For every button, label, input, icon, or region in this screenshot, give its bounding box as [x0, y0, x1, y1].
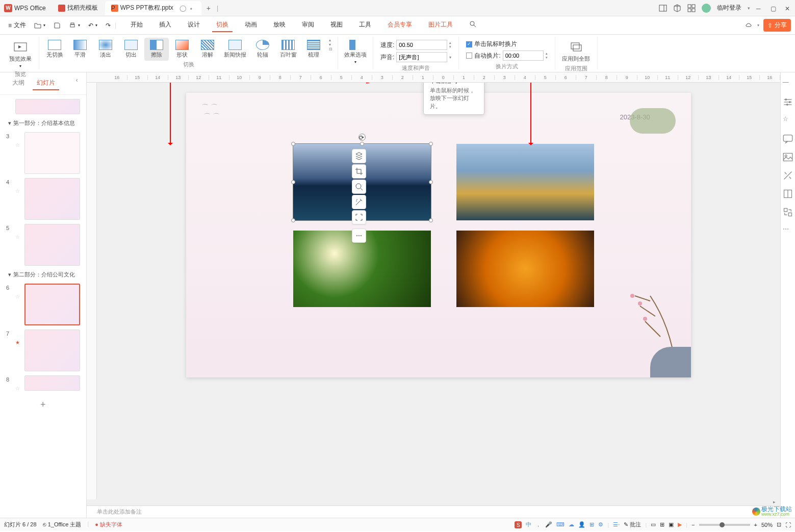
transform-icon[interactable] — [783, 207, 793, 217]
auto-advance-checkbox[interactable] — [466, 53, 472, 59]
notes-area[interactable]: 单击此处添加备注 — [87, 505, 780, 518]
favorite-icon[interactable]: ☆ — [783, 115, 793, 125]
tab-templates[interactable]: 找稻壳模板 — [52, 1, 104, 15]
effect-options-button[interactable]: 效果选项▾ — [341, 38, 370, 66]
on-click-checkbox[interactable] — [466, 41, 472, 47]
slides-tab[interactable]: 幻灯片 — [33, 77, 59, 90]
thumbnail-7[interactable] — [24, 330, 80, 371]
thumbnail-5[interactable] — [24, 224, 80, 266]
tools-icon[interactable] — [783, 170, 793, 181]
transition-blinds[interactable]: 百叶窗 — [276, 38, 300, 61]
transition-comb[interactable]: 梳理 — [301, 38, 326, 61]
share-button[interactable]: ⇧分享 — [763, 19, 791, 32]
transition-fade[interactable]: 淡出 — [93, 38, 118, 61]
redo-icon[interactable]: ↷ — [101, 20, 115, 31]
transition-morph[interactable]: 平滑 — [68, 38, 92, 61]
sound-dropdown-icon[interactable]: ▾ — [449, 55, 451, 60]
menu-icon[interactable]: ☰· — [613, 521, 620, 528]
transition-cut[interactable]: 切出 — [119, 38, 143, 61]
zoom-slider[interactable] — [699, 524, 750, 526]
crop-icon[interactable] — [352, 164, 366, 179]
menu-slideshow[interactable]: 放映 — [269, 18, 290, 32]
cloud-icon[interactable]: ☁ — [569, 521, 574, 528]
star-icon[interactable]: ☆ — [15, 132, 22, 148]
menu-picture-tools[interactable]: 图片工具 — [424, 18, 457, 32]
sound-select[interactable] — [396, 52, 447, 62]
preview-effect-button[interactable]: 预览效果▾ — [5, 38, 36, 70]
menu-home[interactable]: 开始 — [126, 18, 147, 32]
slide-canvas[interactable]: ⌒ ⌒ ⌒ ⌒ 2023-8-30 ⟳ — [186, 93, 691, 377]
more-icon[interactable]: ⋯ — [783, 225, 793, 236]
punct-icon[interactable]: ， — [535, 521, 541, 528]
rotate-handle[interactable]: ⟳ — [358, 134, 366, 141]
view-normal-icon[interactable]: ▭ — [651, 521, 656, 528]
view-reading-icon[interactable]: ▣ — [669, 521, 674, 528]
more-icon[interactable]: ⋯ — [352, 229, 366, 243]
transition-news[interactable]: 新闻快报 — [221, 38, 249, 61]
missing-font-warning[interactable]: ● 缺失字体 — [95, 521, 122, 528]
close-button[interactable]: ✕ — [785, 5, 791, 11]
zoom-icon[interactable] — [352, 180, 366, 194]
ime-icon[interactable]: 中 — [526, 521, 531, 528]
thumbnail-6[interactable] — [24, 284, 80, 325]
add-tab-button[interactable]: + — [202, 2, 215, 14]
section-header[interactable]: ▾ 第二部分：介绍公司文化 — [2, 268, 84, 282]
login-button[interactable]: 临时登录 — [717, 4, 741, 12]
thumbnail-4[interactable] — [24, 178, 80, 220]
menu-insert[interactable]: 插入 — [155, 18, 175, 32]
magic-icon[interactable] — [352, 195, 366, 209]
minimize-button[interactable]: ─ — [756, 5, 762, 11]
view-slideshow-icon[interactable]: ▶ — [678, 521, 682, 528]
menu-review[interactable]: 审阅 — [298, 18, 318, 32]
theme-button[interactable]: ⎋ 1_Office 主题 — [43, 521, 82, 528]
open-icon[interactable]: ▾ — [30, 20, 49, 31]
keyboard-icon[interactable]: ⌨ — [556, 521, 565, 528]
minus-icon[interactable]: — — [783, 79, 793, 89]
collapse-icon[interactable]: ‹ — [76, 77, 78, 90]
maximize-button[interactable]: ▢ — [771, 5, 777, 11]
tab-document[interactable]: P WPS PPT教程.pptx ◯ • — [105, 1, 201, 15]
star-icon[interactable]: ☆ — [15, 375, 22, 391]
settings-icon[interactable] — [783, 97, 793, 107]
view-sorter-icon[interactable]: ⊞ — [660, 521, 664, 528]
section-header[interactable]: ▾ 第一部分：介绍基本信息 — [2, 116, 84, 130]
fullscreen-icon[interactable] — [352, 210, 366, 224]
menu-design[interactable]: 设计 — [184, 18, 204, 32]
auto-advance-input[interactable] — [503, 50, 544, 61]
gear-icon[interactable]: ⚙ — [598, 521, 603, 528]
menu-button[interactable]: ≡文件 — [4, 19, 30, 32]
panel-icon[interactable] — [659, 4, 667, 12]
apply-all-button[interactable]: 应用到全部 — [558, 38, 594, 65]
speed-up[interactable]: ▴ — [449, 41, 451, 45]
thumbnail[interactable] — [15, 99, 80, 114]
cloud-icon[interactable] — [745, 21, 753, 30]
star-icon[interactable]: ★ — [15, 330, 22, 345]
zoom-out-button[interactable]: − — [691, 522, 695, 528]
transition-dissolve[interactable]: 溶解 — [195, 38, 220, 61]
apps-icon[interactable] — [687, 4, 696, 12]
thumbnail-8[interactable] — [24, 375, 80, 391]
zoom-in-button[interactable]: + — [754, 522, 757, 528]
undo-icon[interactable]: ↶▾ — [84, 20, 101, 31]
layers-icon[interactable] — [352, 149, 366, 163]
cube-icon[interactable] — [673, 4, 681, 12]
save-icon[interactable] — [49, 20, 65, 31]
transition-shape[interactable]: 形状 — [170, 38, 194, 61]
image-icon[interactable] — [783, 152, 793, 162]
mic-icon[interactable]: 🎤 — [545, 521, 552, 528]
menu-tools[interactable]: 工具 — [355, 18, 375, 32]
grid-icon[interactable]: ⊞ — [589, 521, 594, 528]
star-icon[interactable]: ☆ — [15, 224, 22, 240]
transition-wipe[interactable]: 擦除 — [144, 38, 169, 61]
speed-down[interactable]: ▾ — [449, 45, 451, 49]
add-slide-button[interactable]: + — [2, 393, 84, 416]
expand-icon[interactable]: ⛶ — [785, 522, 791, 528]
menu-vip[interactable]: 会员专享 — [383, 18, 416, 32]
transition-wheel[interactable]: 轮辐 — [250, 38, 275, 61]
menu-view[interactable]: 视图 — [326, 18, 347, 32]
chat-icon[interactable] — [783, 134, 793, 144]
thumbnail-3[interactable] — [24, 132, 80, 174]
search-icon[interactable] — [465, 18, 480, 32]
comments-button[interactable]: ✎ 批注 — [624, 521, 641, 528]
speed-input[interactable] — [396, 40, 447, 50]
